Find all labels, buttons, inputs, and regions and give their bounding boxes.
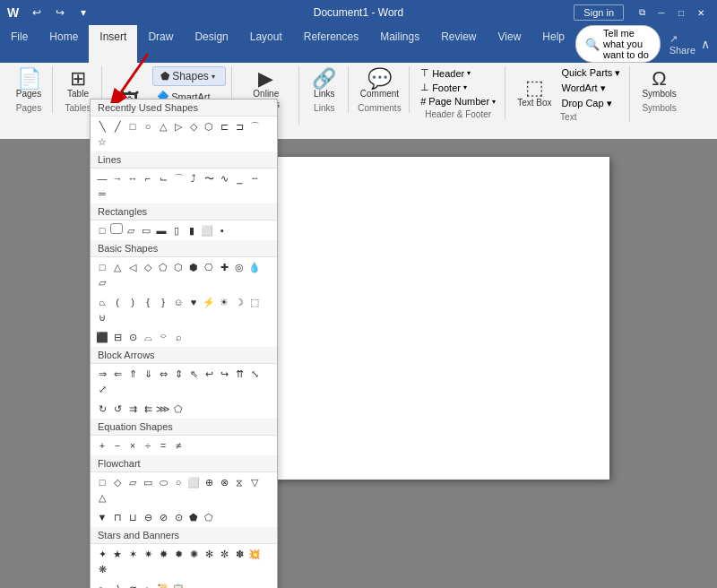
banner-curved-down[interactable]: ⌇ [110, 582, 125, 588]
fc-sequential[interactable]: ⊖ [141, 510, 155, 524]
star-explosion2[interactable]: ❋ [95, 562, 109, 576]
fc-merge[interactable]: ▼ [95, 510, 109, 524]
ba-up[interactable]: ⇑ [125, 367, 140, 381]
star-6[interactable]: ✶ [125, 547, 140, 561]
ba-bent-l[interactable]: ↪ [217, 367, 231, 381]
eq-notequal[interactable]: ≠ [171, 438, 186, 453]
line-double[interactable]: ═ [95, 186, 109, 201]
tab-layout[interactable]: Layout [239, 25, 293, 63]
shape-star5[interactable]: ☆ [95, 134, 109, 149]
redo-button[interactable]: ↪ [51, 4, 69, 22]
tab-references[interactable]: References [293, 25, 369, 63]
basic-rect[interactable]: □ [95, 260, 109, 274]
ba-left[interactable]: ⇐ [110, 367, 125, 381]
basic-ring[interactable]: ◎ [232, 260, 246, 274]
ba-notch[interactable]: ⤢ [95, 382, 109, 396]
comment-button[interactable]: 💬 Comment [356, 66, 403, 101]
collapse-ribbon-button[interactable]: ∧ [701, 37, 710, 51]
ba-down[interactable]: ⇓ [141, 367, 155, 381]
text-box-button[interactable]: ⬚ Text Box [513, 75, 556, 110]
fc-extract[interactable]: △ [95, 490, 109, 505]
basic-triangle[interactable]: △ [110, 260, 125, 274]
basic-rtri[interactable]: ◁ [125, 260, 140, 274]
maximize-button[interactable]: □ [672, 4, 690, 22]
ba-bent-r[interactable]: ↩ [202, 367, 216, 381]
ba-circular[interactable]: ↻ [95, 402, 109, 416]
basic-smiley[interactable]: ☺ [171, 295, 186, 309]
table-button[interactable]: ⊞ Table [60, 66, 96, 101]
basic-frame[interactable]: ⬚ [247, 295, 262, 309]
line-dashed[interactable]: ╌ [247, 171, 262, 186]
shape-diamond[interactable]: ◇ [186, 119, 201, 134]
ba-uturn[interactable]: ⇈ [232, 367, 246, 381]
star-8[interactable]: ✸ [156, 547, 170, 561]
shape-bracket-r[interactable]: ⊐ [232, 119, 246, 134]
shape-line-diag2[interactable]: ╱ [110, 119, 125, 134]
dropcap-button[interactable]: Drop Cap ▾ [558, 97, 625, 110]
basic-cube[interactable]: ⬛ [95, 330, 109, 344]
basic-cylinder[interactable]: ⊍ [95, 310, 109, 324]
fc-stored-data[interactable]: ⊓ [110, 510, 125, 524]
tab-help[interactable]: Help [531, 25, 575, 63]
eq-plus[interactable]: + [95, 438, 109, 453]
basic-brace-l[interactable]: { [141, 295, 155, 309]
shape-arc[interactable]: ⌒ [247, 119, 262, 134]
fc-connector[interactable]: ○ [171, 475, 186, 489]
basic-chord[interactable]: ⌕ [171, 330, 186, 344]
fc-data[interactable]: ▱ [125, 475, 140, 489]
line-arrow[interactable]: → [110, 171, 125, 186]
banner-wave1[interactable]: ≋ [125, 582, 140, 588]
ba-quad[interactable]: ⇖ [186, 367, 201, 381]
tab-file[interactable]: File [0, 25, 39, 63]
rect-double[interactable]: ▪ [215, 223, 229, 238]
close-button[interactable]: ✕ [692, 4, 710, 22]
eq-equals[interactable]: = [156, 438, 170, 453]
ba-lr[interactable]: ⇔ [156, 367, 170, 381]
basic-pent[interactable]: ⬠ [156, 260, 170, 274]
basic-brace-r[interactable]: } [156, 295, 170, 309]
basic-nochord[interactable]: ⌓ [141, 330, 155, 344]
basic-trapezoid[interactable]: ⏢ [95, 295, 109, 309]
rect-snip4[interactable]: ▯ [169, 223, 184, 238]
tab-view[interactable]: View [488, 25, 532, 63]
signin-button[interactable]: Sign in [574, 4, 624, 21]
rect-snip1[interactable]: ▱ [124, 223, 138, 238]
banner-curved-up[interactable]: 〜 [95, 582, 109, 588]
ba-ud[interactable]: ⇕ [171, 367, 186, 381]
header-button[interactable]: ⊤ Header ▾ [417, 66, 499, 80]
rect-snip5[interactable]: ▮ [185, 223, 199, 238]
links-button[interactable]: 🔗 Links [307, 66, 342, 101]
ba-stripe[interactable]: ⤡ [247, 367, 262, 381]
basic-lbracket[interactable]: ( [110, 295, 125, 309]
basic-moon[interactable]: ☽ [232, 295, 246, 309]
footer-button[interactable]: ⊥ Footer ▾ [417, 81, 499, 94]
fc-decision[interactable]: ◇ [110, 475, 125, 489]
scroll-v[interactable]: 📋 [171, 582, 186, 588]
eq-div[interactable]: ÷ [141, 438, 155, 453]
scroll-h[interactable]: 📜 [156, 582, 170, 588]
basic-rbracket[interactable]: ) [125, 295, 140, 309]
fc-process[interactable]: □ [95, 475, 109, 489]
basic-lightning[interactable]: ⚡ [202, 295, 216, 309]
tab-design[interactable]: Design [184, 25, 238, 63]
tab-draw[interactable]: Draw [137, 25, 184, 63]
wordart-button[interactable]: WordArt ▾ [558, 82, 625, 95]
star-24[interactable]: ✼ [217, 547, 231, 561]
line-connector[interactable]: ⎯ [232, 171, 246, 186]
eq-minus[interactable]: − [110, 438, 125, 453]
star-16[interactable]: ✻ [202, 547, 216, 561]
symbols-button[interactable]: Ω Symbols [637, 66, 680, 101]
basic-diamond[interactable]: ◇ [141, 260, 155, 274]
rect-rounded[interactable] [110, 223, 123, 234]
line-freeform[interactable]: 〜 [202, 171, 216, 186]
basic-teardrop[interactable]: 💧 [247, 260, 262, 274]
fc-punch-card[interactable]: ⬜ [186, 475, 201, 489]
fc-direct[interactable]: ⊙ [171, 510, 186, 524]
basic-hept[interactable]: ⬢ [186, 260, 201, 274]
basic-parallelogram[interactable]: ▱ [95, 275, 109, 290]
star-7[interactable]: ✷ [141, 547, 155, 561]
shape-hex[interactable]: ⬡ [202, 119, 216, 134]
shape-arrow-r[interactable]: ▷ [171, 119, 186, 134]
line-curved-arrow[interactable]: ⤴ [186, 171, 201, 186]
tell-me-input[interactable]: 🔍 Tell me what you want to do [575, 25, 661, 63]
